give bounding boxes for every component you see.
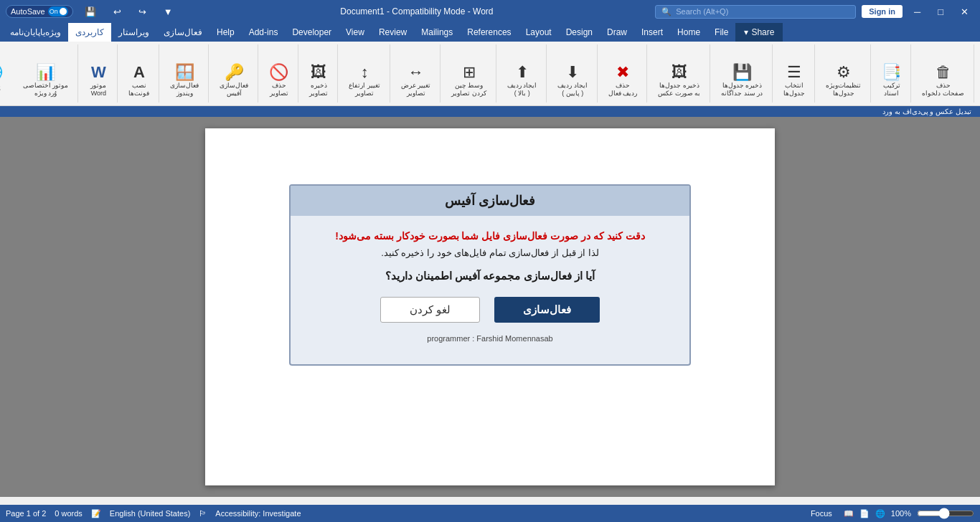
ribbon-group-resize-height: ↕ تغییر ارتفاعتصاویر (339, 44, 390, 103)
track-changes-icon: 📝 (91, 509, 101, 518)
save-button[interactable]: 💾 (79, 5, 102, 19)
btn-save-tables-doc[interactable]: 💾 ذخیره جدول‌هادر سند جداگانه (717, 62, 766, 100)
menu-item-addins[interactable]: Add-ins (242, 23, 286, 42)
status-bar: Page 1 of 2 0 words 📝 English (United St… (0, 505, 980, 522)
autosave-toggle[interactable]: On (48, 6, 68, 16)
ribbon-group-save-tables-doc: 💾 ذخیره جدول‌هادر سند جداگانه (712, 44, 773, 103)
btn-combine-docs[interactable]: 📑 ترکیباسناد (878, 62, 905, 100)
ribbon-group-save-tables-img: 🖼 ذخیره جدول‌هابه صورت عکس (649, 44, 710, 103)
resize-height-icon: ↕ (361, 65, 369, 80)
menu-item-vizhe-payannameh[interactable]: ویژه‌یاپایان‌نامه (3, 23, 68, 42)
share-button[interactable]: Share ▾ (735, 23, 783, 42)
btn-activate-office[interactable]: 🔑 فعال‌سازیآفیس (216, 62, 252, 100)
motor-online-icon: 🌐 (0, 65, 3, 80)
menu-item-file[interactable]: File (707, 23, 735, 42)
status-left: Page 1 of 2 0 words 📝 English (United St… (6, 509, 301, 518)
menu-item-insert[interactable]: Insert (634, 23, 670, 42)
view-icon-read: 📖 (844, 509, 854, 518)
menu-item-faalsazi[interactable]: فعال‌سازی (156, 23, 209, 42)
menu-item-view[interactable]: View (339, 23, 372, 42)
view-icon-layout: 📄 (859, 509, 870, 518)
dialog-body: دقت کنید که در صورت فعال‌سازی فایل شما ب… (291, 216, 689, 364)
ribbon-group-delete-row: ✖ حذفردیف فعال (599, 44, 648, 103)
menu-item-draw[interactable]: Draw (600, 23, 634, 42)
search-input[interactable] (676, 7, 834, 16)
activate-button[interactable]: فعال‌سازی (494, 297, 600, 323)
menu-item-mailings[interactable]: Mailings (414, 23, 460, 42)
btn-select-tables[interactable]: ☰ انتخابجدول‌ها (780, 62, 809, 100)
toggle-dot (60, 8, 67, 15)
dialog-title: فعال‌سازی آفیس (291, 186, 689, 216)
search-icon: 🔍 (661, 7, 672, 16)
minimize-button[interactable]: ─ (908, 5, 926, 19)
title-bar-center: Document1 - Compatibility Mode - Word (179, 6, 656, 16)
document-area: فعال‌سازی آفیس دقت کنید که در صورت فعال‌… (0, 117, 980, 497)
ribbon-group-delete-pages: 🗑 حذفصفحات دلخواه (913, 44, 974, 103)
customize-button[interactable]: ▼ (158, 5, 179, 19)
search-bar[interactable]: 🔍 (655, 5, 856, 19)
zoom-slider[interactable] (917, 509, 974, 518)
btn-motor-online[interactable]: 🌐 موتورآنلاین (0, 62, 6, 100)
ribbon-group-save-images: 🖼 ذخیرهتصاویر (300, 44, 338, 103)
ribbon-group-activate-windows: 🪟 فعال‌سازیویندوز (161, 44, 209, 103)
ribbon-group-add-row-up: ⬆ ایجاد ردیف( بالا ) (498, 44, 547, 103)
zoom-level: 100% (891, 509, 911, 518)
document-title: Document1 - Compatibility Mode - Word (340, 6, 493, 16)
motor-special-icon: 📊 (36, 65, 55, 80)
maximize-button[interactable]: □ (932, 5, 949, 19)
motor-word-icon: W (91, 65, 106, 80)
btn-motor-word[interactable]: W موتورWord (85, 62, 111, 100)
btn-motor-special[interactable]: 📊 موتور اختصاصیوُرد ویژه (19, 62, 72, 100)
title-bar: AutoSave On 💾 ↩ ↪ ▼ Document1 - Compatib… (0, 0, 980, 23)
sign-in-button[interactable]: Sign in (862, 5, 903, 18)
menu-item-virasatar[interactable]: ویراستار (111, 23, 156, 42)
view-icon-web: 🌐 (875, 509, 885, 518)
delete-pages-icon: 🗑 (936, 65, 951, 80)
menu-item-developer[interactable]: Developer (285, 23, 339, 42)
menu-item-design[interactable]: Design (559, 23, 600, 42)
btn-add-row-down[interactable]: ⬇ ایجاد ردیف( پایین ) (554, 62, 591, 100)
save-images-icon: 🖼 (311, 65, 326, 80)
menu-item-layout[interactable]: Layout (519, 23, 559, 42)
combine-icon: 📑 (882, 65, 901, 80)
close-button[interactable]: ✕ (955, 5, 974, 19)
page-count: Page 1 of 2 (6, 509, 46, 518)
ribbon-group-center-images: ⊞ وسط چینکردن تصاویر (442, 44, 496, 103)
btn-save-tables-img[interactable]: 🖼 ذخیره جدول‌هابه صورت عکس (654, 62, 704, 100)
focus-button[interactable]: Focus (805, 508, 838, 519)
btn-center-images[interactable]: ⊞ وسط چینکردن تصاویر (448, 62, 490, 100)
ribbon-group-resize-width: ↔ تغییر عرضتصاویر (392, 44, 441, 103)
btn-delete-row[interactable]: ✖ حذفردیف فعال (605, 62, 641, 100)
menu-item-review[interactable]: Review (372, 23, 414, 42)
autosave-badge[interactable]: AutoSave On (6, 5, 73, 18)
btn-install-fonts[interactable]: A نصبفونت‌ها (125, 62, 153, 100)
cancel-button[interactable]: لغو کردن (380, 297, 480, 323)
redo-button[interactable]: ↪ (133, 5, 152, 19)
btn-delete-pages[interactable]: 🗑 حذفصفحات دلخواه (918, 62, 968, 100)
ribbon-group-motor-online: 🌐 موتورآنلاین (0, 44, 12, 103)
btn-add-row-up[interactable]: ⬆ ایجاد ردیف( بالا ) (504, 62, 541, 100)
btn-resize-height[interactable]: ↕ تغییر ارتفاعتصاویر (345, 62, 384, 100)
special-settings-icon: ⚙ (837, 65, 851, 80)
document-page: فعال‌سازی آفیس دقت کنید که در صورت فعال‌… (205, 128, 775, 485)
btn-delete-images[interactable]: 🚫 حذفتصاویر (265, 62, 292, 100)
btn-activate-windows[interactable]: 🪟 فعال‌سازیویندوز (166, 62, 202, 100)
menu-item-help[interactable]: Help (209, 23, 242, 42)
btn-resize-width[interactable]: ↔ تغییر عرضتصاویر (397, 62, 435, 100)
autosave-label: AutoSave (11, 7, 45, 16)
btn-special-settings[interactable]: ⚙ تنظیمات‌ویژهجدول‌ها (822, 62, 864, 100)
ribbon-group-special-settings: ⚙ تنظیمات‌ویژهجدول‌ها (816, 44, 871, 103)
menu-item-home[interactable]: Home (670, 23, 707, 42)
btn-save-images[interactable]: 🖼 ذخیرهتصاویر (306, 62, 331, 100)
center-images-icon: ⊞ (463, 65, 476, 80)
save-tables-doc-icon: 💾 (732, 65, 752, 80)
menu-item-references[interactable]: References (460, 23, 518, 42)
ribbon-group-motor-special: 📊 موتور اختصاصیوُرد ویژه (14, 44, 79, 103)
accessibility: Accessibility: Investigate (215, 509, 301, 518)
undo-button[interactable]: ↩ (108, 5, 127, 19)
add-row-down-icon: ⬇ (566, 65, 579, 80)
dialog-warning-text: دقت کنید که در صورت فعال‌سازی فایل شما ب… (312, 230, 668, 242)
menu-item-karbordi[interactable]: کاربردی (68, 23, 111, 42)
sub-hint: تبدیل عکس و پی‌دی‌اف به ورد (0, 106, 980, 117)
ribbon-group-activate-office: 🔑 فعال‌سازیآفیس (210, 44, 258, 103)
